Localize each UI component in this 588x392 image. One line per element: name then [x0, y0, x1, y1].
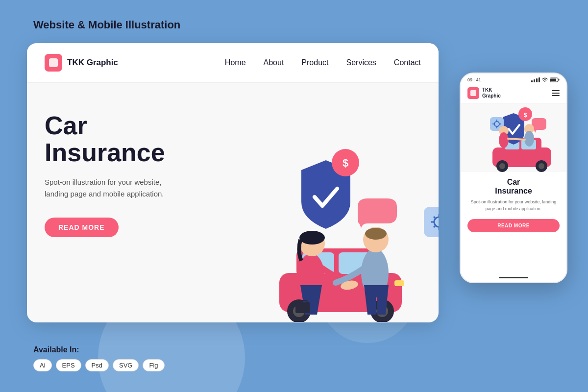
available-title: Available In: — [33, 345, 165, 354]
svg-rect-32 — [550, 79, 556, 81]
svg-line-18 — [434, 217, 435, 218]
mobile-hero-title: Car Insurance — [467, 178, 560, 195]
nav-links: Home About Product Services Contact — [225, 58, 421, 67]
mobile-status-bar: 09 : 41 — [461, 74, 566, 84]
hero-subtitle: Spot-on illustration for your website, l… — [45, 176, 182, 200]
nav-item-services[interactable]: Services — [346, 58, 376, 67]
available-badges: Ai EPS Psd SVG Fig — [33, 359, 165, 371]
svg-point-51 — [499, 132, 509, 148]
svg-point-41 — [539, 163, 544, 169]
badge-eps: EPS — [56, 359, 81, 371]
wifi-icon — [542, 77, 548, 82]
nav-item-contact[interactable]: Contact — [394, 58, 421, 67]
mobile-hero-subtitle: Spot-on illustration for your website, l… — [467, 199, 560, 212]
desktop-hero: Car Insurance Spot-on illustration for y… — [27, 83, 439, 322]
svg-point-29 — [365, 228, 387, 240]
read-more-button[interactable]: READ MORE — [45, 218, 119, 237]
svg-point-53 — [524, 131, 534, 147]
mobile-logo-area: TKK Graphic — [467, 87, 501, 99]
svg-line-21 — [434, 226, 435, 227]
logo-area: TKK Graphic — [45, 54, 225, 72]
mobile-logo-text: TKK Graphic — [482, 87, 501, 99]
desktop-nav: TKK Graphic Home About Product Services … — [27, 43, 439, 83]
mobile-logo-icon — [467, 87, 479, 99]
badge-fig: Fig — [143, 359, 164, 371]
hamburger-icon[interactable] — [552, 90, 560, 96]
svg-point-24 — [299, 231, 325, 245]
home-indicator — [499, 277, 528, 278]
logo-icon-inner — [49, 58, 58, 67]
mobile-mockup: 09 : 41 — [460, 73, 567, 283]
svg-point-39 — [499, 163, 505, 169]
hero-illustration: $ — [184, 111, 439, 322]
svg-text:$: $ — [343, 157, 348, 169]
logo-icon — [45, 54, 62, 72]
badge-ai: Ai — [33, 359, 52, 371]
logo-text: TKK Graphic — [67, 58, 118, 68]
svg-text:$: $ — [524, 112, 527, 119]
battery-icon — [550, 77, 560, 82]
page-title: Website & Mobile Illustration — [33, 19, 180, 31]
nav-item-product[interactable]: Product — [301, 58, 328, 67]
mobile-time: 09 : 41 — [467, 77, 481, 82]
desktop-mockup: TKK Graphic Home About Product Services … — [27, 43, 439, 322]
badge-psd: Psd — [85, 359, 109, 371]
nav-item-about[interactable]: About — [264, 58, 284, 67]
signal-icon — [531, 77, 540, 82]
mobile-content: Car Insurance Spot-on illustration for y… — [461, 172, 566, 238]
svg-line-54 — [508, 139, 525, 140]
nav-item-home[interactable]: Home — [225, 58, 246, 67]
mobile-read-more-button[interactable]: READ MORE — [467, 219, 560, 232]
svg-rect-9 — [394, 280, 404, 286]
mobile-nav: TKK Graphic — [461, 84, 566, 103]
badge-svg: SVG — [113, 359, 139, 371]
available-section: Available In: Ai EPS Psd SVG Fig — [33, 345, 165, 371]
svg-rect-33 — [559, 79, 560, 81]
mobile-illustration: $ — [461, 103, 566, 172]
